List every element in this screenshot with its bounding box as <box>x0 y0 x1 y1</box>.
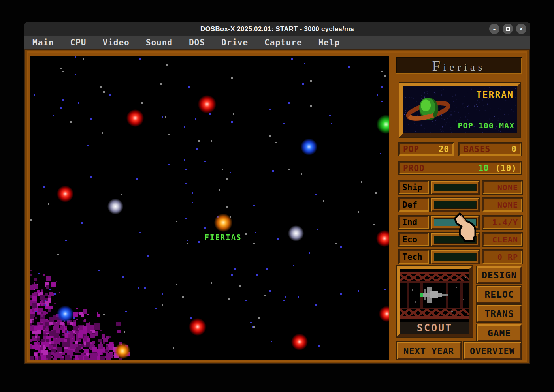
slider-label-ind: Ind <box>399 216 429 229</box>
slider-value-def: NONE <box>482 198 522 212</box>
selection-bracket <box>211 213 235 232</box>
prod-label: PROD <box>403 163 425 173</box>
menu-item-main[interactable]: Main <box>32 38 54 47</box>
slider-def[interactable] <box>431 198 479 212</box>
star[interactable] <box>57 306 73 322</box>
prod-value: 10 <box>478 163 489 173</box>
slider-eco[interactable] <box>431 233 479 246</box>
design-button[interactable]: DESIGN <box>477 266 522 283</box>
slider-label-eco: Eco <box>399 233 429 246</box>
menu-bar: MainCPUVideoSoundDOSDriveCaptureHelp <box>24 36 530 49</box>
planet-panel: Fierias TERRAN POP 100 MAX POP 20 <box>396 49 524 364</box>
slider-tech[interactable] <box>431 250 479 264</box>
minimize-button[interactable]: – <box>489 24 499 34</box>
prod-stat-box: PROD 10 (10) <box>399 162 521 174</box>
ship-hangar-art <box>400 269 469 322</box>
trans-button[interactable]: TRANS <box>477 305 522 322</box>
planet-type-label: TERRAN <box>476 90 514 100</box>
star[interactable] <box>301 139 317 155</box>
star[interactable] <box>107 199 123 214</box>
next-year-button[interactable]: NEXT YEAR <box>397 342 461 360</box>
window-title: DOSBox-X 2025.02.01: START - 3000 cycles… <box>200 25 354 33</box>
game-screen: FIERIAS Fierias TERRAN POP 100 MAX <box>24 49 530 364</box>
close-button[interactable]: ✕ <box>516 24 526 34</box>
prod-capacity: (10) <box>495 163 517 173</box>
pop-value: 20 <box>439 144 449 154</box>
maximize-button[interactable] <box>503 24 513 34</box>
title-bar[interactable]: DOSBox-X 2025.02.01: START - 3000 cycles… <box>24 22 530 36</box>
menu-item-capture[interactable]: Capture <box>264 38 302 47</box>
menu-item-cpu[interactable]: CPU <box>70 38 87 47</box>
star[interactable] <box>189 318 206 336</box>
overview-button[interactable]: OVERVIEW <box>464 342 521 360</box>
game-button[interactable]: GAME <box>477 324 522 341</box>
bases-label: BASES <box>464 144 490 154</box>
star[interactable] <box>291 334 308 350</box>
star[interactable] <box>115 343 130 359</box>
bases-value: 0 <box>511 144 517 154</box>
slider-value-tech: 0 RP <box>482 250 522 264</box>
slider-value-eco: CLEAN <box>482 233 522 246</box>
star[interactable] <box>198 95 216 113</box>
slider-value-ind: 1.4/Y <box>482 216 522 229</box>
window-controls: – ✕ <box>489 24 526 34</box>
pop-label: POP <box>403 144 419 154</box>
menu-item-dos[interactable]: DOS <box>189 38 205 47</box>
ship-viewer[interactable]: SCOUT <box>397 266 473 337</box>
menu-item-drive[interactable]: Drive <box>221 38 248 47</box>
bases-stat-box: BASES 0 <box>459 143 521 156</box>
planet-name: Fierias <box>432 58 486 74</box>
reloc-button[interactable]: RELOC <box>477 286 522 303</box>
menu-item-sound[interactable]: Sound <box>146 38 173 47</box>
selected-star-label: FIERIAS <box>205 233 242 242</box>
menu-item-help[interactable]: Help <box>318 38 340 47</box>
pop-stat-box: POP 20 <box>399 143 454 156</box>
star[interactable] <box>57 186 73 202</box>
slider-label-ship: Ship <box>399 181 429 194</box>
planet-name-box: Fierias <box>396 57 522 74</box>
planet-viewer: TERRAN POP 100 MAX <box>399 83 520 137</box>
dosbox-window: DOSBox-X 2025.02.01: START - 3000 cycles… <box>24 22 530 364</box>
slider-value-ship: NONE <box>482 181 522 194</box>
slider-ind[interactable] <box>431 216 479 229</box>
galaxy-map[interactable]: FIERIAS <box>30 56 389 360</box>
slider-ship[interactable] <box>431 181 479 194</box>
star[interactable] <box>126 109 144 127</box>
slider-label-tech: Tech <box>399 250 429 264</box>
menu-item-video[interactable]: Video <box>103 38 130 47</box>
star[interactable] <box>288 225 304 241</box>
planet-popmax-label: POP 100 MAX <box>458 121 514 130</box>
ship-name-label: SCOUT <box>400 322 469 334</box>
slider-label-def: Def <box>399 198 429 212</box>
